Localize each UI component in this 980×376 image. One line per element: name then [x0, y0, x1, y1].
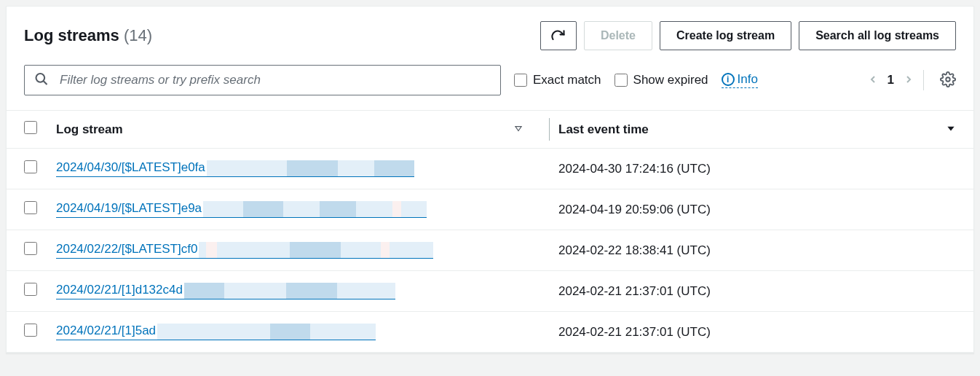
info-link[interactable]: i Info [722, 72, 758, 88]
log-stream-link[interactable]: 2024/04/19/[$LATEST]e9a [56, 201, 427, 218]
redacted-segment [203, 201, 427, 217]
select-all-checkbox[interactable] [24, 121, 37, 134]
log-stream-name: 2024/02/21/[1]5ad [56, 324, 156, 337]
page-number: 1 [888, 73, 894, 87]
svg-point-0 [36, 74, 45, 82]
title-text: Log streams [24, 26, 119, 44]
exact-match-checkbox[interactable] [514, 74, 527, 87]
search-icon [34, 72, 49, 89]
last-event-header-text: Last event time [558, 122, 649, 136]
chevron-left-icon [867, 74, 879, 85]
last-event-cell: 2024-02-21 21:37:01 (UTC) [550, 312, 973, 353]
toolbar: Exact match Show expired i Info 1 [7, 59, 973, 110]
search-all-log-streams-button[interactable]: Search all log streams [799, 21, 956, 50]
chevron-right-icon [903, 74, 914, 85]
prev-page-button [867, 74, 879, 87]
table-row: 2024/02/21/[1]5ad2024-02-21 21:37:01 (UT… [7, 312, 973, 353]
table-row: 2024/04/19/[$LATEST]e9a2024-04-19 20:59:… [7, 189, 973, 230]
gear-icon [940, 71, 956, 87]
refresh-icon [551, 28, 566, 43]
last-event-cell: 2024-02-22 18:38:41 (UTC) [550, 230, 973, 271]
exact-match-label: Exact match [533, 73, 601, 87]
last-event-cell: 2024-02-21 21:37:01 (UTC) [550, 271, 973, 312]
row-checkbox[interactable] [24, 283, 37, 296]
panel-header: Log streams (14) Delete Create log strea… [7, 7, 973, 59]
log-stream-name: 2024/04/30/[$LATEST]e0fa [56, 160, 205, 174]
row-checkbox[interactable] [24, 324, 37, 337]
redacted-segment [157, 324, 376, 340]
pagination: 1 [867, 70, 956, 90]
select-all-header[interactable] [7, 111, 47, 149]
log-stream-cell: 2024/02/22/[$LATEST]cf0 [47, 230, 550, 271]
row-checkbox[interactable] [24, 242, 37, 255]
row-select-cell [7, 149, 47, 189]
search-wrap [24, 65, 501, 95]
log-streams-panel: Log streams (14) Delete Create log strea… [6, 6, 974, 353]
svg-line-1 [44, 81, 47, 85]
redacted-segment [207, 160, 414, 176]
filter-input[interactable] [24, 65, 501, 95]
log-stream-cell: 2024/02/21/[1]5ad [47, 312, 550, 353]
log-stream-cell: 2024/04/30/[$LATEST]e0fa [47, 149, 550, 189]
show-expired-label: Show expired [633, 73, 708, 87]
table-row: 2024/02/21/[1]d132c4d2024-02-21 21:37:01… [7, 271, 973, 312]
refresh-button[interactable] [540, 21, 577, 50]
log-stream-column-header[interactable]: Log stream [47, 111, 550, 149]
log-streams-table: Log stream Last event time 2024/04/30/[$… [7, 110, 973, 353]
show-expired-checkbox[interactable] [615, 74, 628, 87]
row-select-cell [7, 189, 47, 230]
delete-button: Delete [584, 21, 652, 50]
log-stream-name: 2024/02/22/[$LATEST]cf0 [56, 242, 197, 256]
create-log-stream-button[interactable]: Create log stream [660, 21, 791, 50]
row-select-cell [7, 230, 47, 271]
log-stream-name: 2024/02/21/[1]d132c4d [56, 283, 183, 297]
table-row: 2024/02/22/[$LATEST]cf02024-02-22 18:38:… [7, 230, 973, 271]
divider [923, 70, 924, 90]
title-count: (14) [124, 26, 152, 44]
log-stream-name: 2024/04/19/[$LATEST]e9a [56, 201, 202, 215]
log-stream-cell: 2024/02/21/[1]d132c4d [47, 271, 550, 312]
show-expired-toggle[interactable]: Show expired [615, 73, 708, 87]
svg-point-2 [946, 77, 950, 82]
last-event-cell: 2024-04-19 20:59:06 (UTC) [550, 189, 973, 230]
row-checkbox[interactable] [24, 201, 37, 214]
log-stream-cell: 2024/04/19/[$LATEST]e9a [47, 189, 550, 230]
log-stream-link[interactable]: 2024/04/30/[$LATEST]e0fa [56, 160, 414, 177]
row-select-cell [7, 312, 47, 353]
redacted-segment [184, 283, 395, 299]
svg-marker-4 [947, 126, 954, 130]
log-stream-link[interactable]: 2024/02/22/[$LATEST]cf0 [56, 242, 433, 259]
last-event-cell: 2024-04-30 17:24:16 (UTC) [550, 149, 973, 189]
next-page-button [903, 74, 914, 87]
sort-indicator-icon [513, 122, 523, 137]
log-stream-link[interactable]: 2024/02/21/[1]d132c4d [56, 283, 395, 299]
redacted-segment [199, 242, 433, 258]
row-checkbox[interactable] [24, 160, 37, 173]
info-icon: i [722, 73, 735, 86]
last-event-column-header[interactable]: Last event time [550, 111, 973, 149]
log-stream-header-text: Log stream [56, 122, 123, 136]
column-menu-icon[interactable] [946, 122, 956, 137]
settings-button[interactable] [940, 71, 956, 90]
page-title: Log streams (14) [24, 26, 152, 45]
log-stream-link[interactable]: 2024/02/21/[1]5ad [56, 324, 376, 340]
row-select-cell [7, 271, 47, 312]
exact-match-toggle[interactable]: Exact match [514, 73, 601, 87]
header-actions: Delete Create log stream Search all log … [540, 21, 956, 50]
svg-marker-3 [515, 126, 521, 130]
table-row: 2024/04/30/[$LATEST]e0fa2024-04-30 17:24… [7, 149, 973, 189]
info-text: Info [738, 72, 758, 87]
